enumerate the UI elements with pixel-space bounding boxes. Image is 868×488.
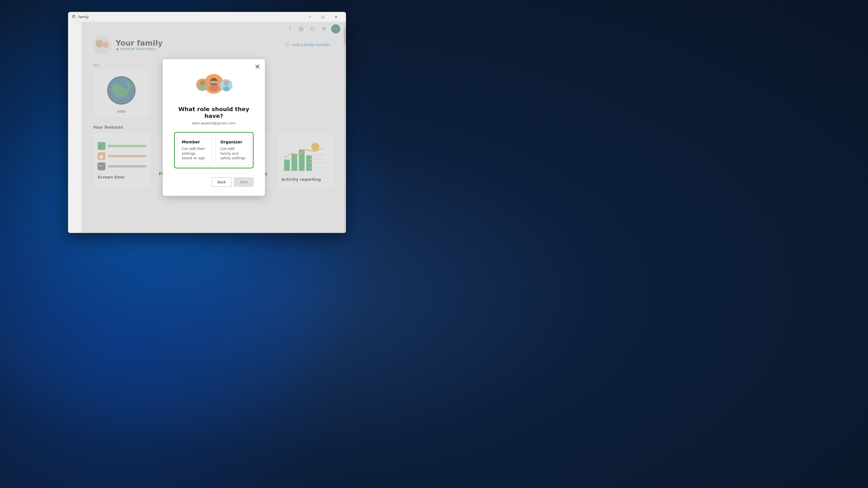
- window-title: family: [78, 15, 303, 19]
- svg-point-45: [224, 81, 225, 83]
- member-role-desc: Can edit their settings, based on age: [182, 147, 207, 161]
- app-content: ?: [68, 22, 346, 233]
- modal-buttons: Back Next: [174, 177, 253, 187]
- app-window: family ─ □ ✕ ?: [68, 12, 346, 233]
- back-button[interactable]: Back: [212, 177, 232, 187]
- member-role-name: Member: [182, 140, 207, 144]
- close-button[interactable]: ✕: [330, 12, 343, 22]
- svg-point-44: [225, 80, 227, 83]
- svg-point-39: [200, 80, 205, 86]
- member-role-card[interactable]: Member Can edit their settings, based on…: [177, 135, 212, 165]
- app-icon: [71, 15, 76, 19]
- modal-close-button[interactable]: [253, 63, 261, 71]
- modal-email: alex.wawro@gmail.com: [174, 121, 253, 125]
- main-area: ?: [82, 22, 346, 233]
- svg-point-33: [210, 78, 218, 86]
- next-button[interactable]: Next: [234, 177, 253, 187]
- role-options-container: Member Can edit their settings, based on…: [174, 132, 253, 168]
- title-bar: family ─ □ ✕: [68, 12, 346, 22]
- role-selection-modal: What role should they have? alex.wawro@g…: [163, 59, 265, 196]
- window-controls: ─ □ ✕: [303, 12, 343, 22]
- organizer-role-desc: Can edit family and safety settings: [220, 147, 246, 161]
- svg-point-40: [199, 86, 206, 90]
- left-small-avatar: [196, 78, 209, 92]
- svg-point-46: [227, 81, 229, 83]
- right-small-avatar: [220, 79, 232, 93]
- minimize-button[interactable]: ─: [303, 12, 316, 22]
- sidebar: [68, 22, 82, 233]
- modal-avatars-group: [174, 71, 253, 99]
- organizer-role-card[interactable]: Organizer Can edit family and safety set…: [216, 135, 251, 165]
- modal-title: What role should they have?: [174, 106, 253, 119]
- maximize-button[interactable]: □: [316, 12, 330, 22]
- organizer-role-name: Organizer: [220, 140, 246, 144]
- svg-point-43: [223, 87, 229, 91]
- modal-overlay: What role should they have? alex.wawro@g…: [82, 22, 346, 233]
- svg-point-34: [209, 85, 219, 92]
